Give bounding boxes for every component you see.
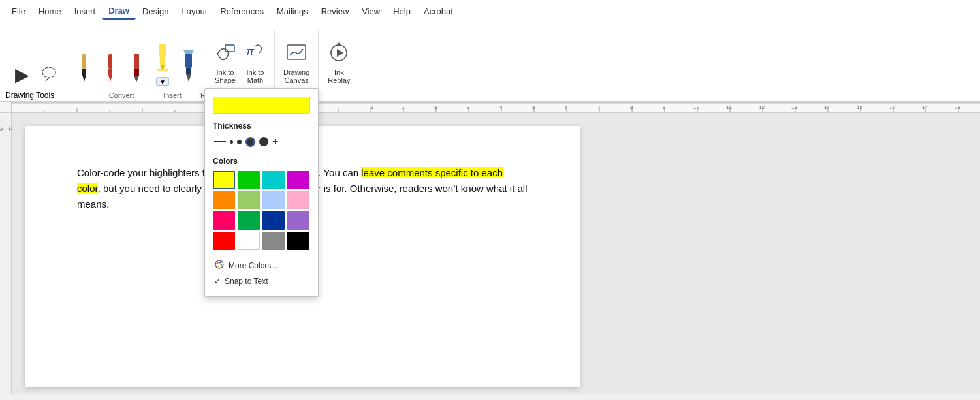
svg-rect-1 bbox=[82, 54, 86, 69]
thickness-md-selected[interactable] bbox=[245, 137, 255, 147]
color-magenta[interactable] bbox=[287, 171, 309, 189]
color-gray[interactable] bbox=[262, 232, 285, 250]
cursor-icon: ▶ bbox=[15, 66, 29, 84]
thickness-row: + bbox=[213, 136, 310, 147]
pen-black-button[interactable] bbox=[72, 48, 96, 86]
svg-text:13: 13 bbox=[791, 104, 797, 110]
pen-blue-button[interactable] bbox=[177, 48, 200, 86]
color-dark-blue[interactable] bbox=[262, 211, 285, 230]
menu-file[interactable]: File bbox=[5, 4, 32, 19]
doc-area[interactable]: Color-code your highlighters for more de… bbox=[12, 113, 980, 394]
main-area: -1 1 2 3 4 5 Color-code your highlighter… bbox=[0, 113, 980, 394]
menu-draw[interactable]: Draw bbox=[102, 3, 136, 20]
svg-text:1: 1 bbox=[402, 104, 405, 110]
color-white[interactable] bbox=[238, 232, 260, 250]
svg-rect-13 bbox=[157, 69, 168, 71]
highlighter-button[interactable] bbox=[151, 38, 174, 76]
insert-label: Insert bbox=[153, 91, 192, 99]
menu-view[interactable]: View bbox=[355, 4, 387, 19]
svg-point-78 bbox=[221, 264, 223, 266]
color-yellow[interactable] bbox=[213, 171, 235, 189]
color-orange[interactable] bbox=[213, 191, 235, 209]
thickness-lg-dot[interactable] bbox=[259, 137, 268, 146]
ink-to-shape-label: Ink toShape bbox=[215, 69, 236, 84]
ribbon-group-convert: Ink toShape π Ink toMath bbox=[206, 30, 275, 89]
highlighter-icon bbox=[154, 40, 171, 74]
svg-rect-24 bbox=[12, 103, 980, 112]
ink-math-icon: π bbox=[245, 41, 266, 67]
color-preview-bar bbox=[213, 97, 310, 114]
thickness-xs-dot[interactable] bbox=[230, 140, 233, 144]
svg-text:18: 18 bbox=[955, 104, 960, 110]
drawing-canvas-label: DrawingCanvas bbox=[283, 69, 309, 84]
svg-rect-2 bbox=[82, 69, 86, 75]
svg-point-76 bbox=[217, 262, 219, 264]
pen-red-button[interactable] bbox=[99, 48, 122, 86]
menu-review[interactable]: Review bbox=[315, 4, 356, 19]
color-green[interactable] bbox=[238, 171, 260, 189]
menu-references[interactable]: References bbox=[213, 4, 270, 19]
pen-blue-icon bbox=[180, 50, 197, 84]
ribbon-content: ▶ bbox=[0, 23, 980, 89]
color-purple[interactable] bbox=[287, 211, 309, 230]
drawing-canvas-button[interactable]: DrawingCanvas bbox=[280, 39, 313, 86]
color-cyan[interactable] bbox=[262, 171, 285, 189]
select-tool-button[interactable]: ▶ bbox=[10, 64, 34, 86]
lasso-tool-button[interactable] bbox=[37, 61, 61, 86]
ribbon-group-pens: ▼ bbox=[67, 30, 206, 89]
snap-to-text-row[interactable]: ✓ Snap to Text bbox=[213, 274, 310, 288]
menu-mailings[interactable]: Mailings bbox=[270, 4, 315, 19]
menu-layout[interactable]: Layout bbox=[175, 4, 213, 19]
svg-rect-4 bbox=[108, 54, 112, 69]
more-colors-label: More Colors... bbox=[229, 261, 277, 270]
svg-text:5: 5 bbox=[532, 104, 535, 110]
color-pink[interactable] bbox=[287, 191, 309, 209]
menu-insert[interactable]: Insert bbox=[68, 4, 103, 19]
color-black[interactable] bbox=[287, 232, 309, 250]
color-red[interactable] bbox=[213, 232, 235, 250]
ink-to-shape-button[interactable]: Ink toShape bbox=[212, 39, 239, 86]
color-light-blue[interactable] bbox=[262, 191, 285, 209]
svg-rect-14 bbox=[185, 54, 192, 68]
svg-text:7: 7 bbox=[597, 104, 601, 110]
svg-text:-1: -1 bbox=[369, 104, 374, 110]
svg-text:17: 17 bbox=[922, 104, 928, 110]
svg-rect-15 bbox=[186, 68, 191, 74]
lasso-icon bbox=[40, 63, 58, 84]
color-light-green[interactable] bbox=[238, 191, 260, 209]
thickness-line-icon[interactable] bbox=[214, 141, 226, 142]
pen-red2-icon bbox=[129, 50, 144, 84]
color-red-pink[interactable] bbox=[213, 211, 235, 230]
ink-to-math-button[interactable]: π Ink toMath bbox=[242, 39, 269, 86]
color-dark-green[interactable] bbox=[238, 211, 260, 230]
svg-point-75 bbox=[215, 260, 223, 268]
svg-marker-16 bbox=[186, 74, 191, 82]
highlighter-dropdown-arrow[interactable]: ▼ bbox=[156, 77, 169, 86]
ink-shape-icon bbox=[215, 41, 236, 67]
more-colors-row[interactable]: More Colors... bbox=[213, 256, 310, 274]
svg-rect-18 bbox=[225, 45, 234, 52]
thickness-plus-icon[interactable]: + bbox=[272, 136, 278, 147]
menu-help[interactable]: Help bbox=[387, 4, 417, 19]
ink-replay-button[interactable]: InkReplay bbox=[324, 39, 354, 86]
highlighter-group: ▼ bbox=[151, 38, 174, 86]
replay-row: InkReplay bbox=[324, 39, 354, 89]
svg-rect-7 bbox=[134, 54, 139, 69]
menu-acrobat[interactable]: Acrobat bbox=[417, 4, 460, 19]
svg-text:15: 15 bbox=[857, 104, 862, 110]
tools-row: ▶ bbox=[10, 61, 61, 89]
ribbon-bottom-labels: Drawing Tools Convert Insert Replay bbox=[0, 89, 980, 102]
pen-red2-button[interactable] bbox=[125, 48, 148, 86]
svg-text:14: 14 bbox=[824, 104, 830, 110]
menu-home[interactable]: Home bbox=[32, 4, 68, 19]
svg-point-79 bbox=[218, 266, 220, 268]
snap-to-text-label: Snap to Text bbox=[225, 277, 268, 286]
ruler-area: -1 1 2 3 4 5 6 7 8 9 10 11 12 1 bbox=[0, 102, 980, 113]
menu-design[interactable]: Design bbox=[136, 4, 175, 19]
svg-text:10: 10 bbox=[693, 104, 699, 110]
pens-row: ▼ bbox=[72, 38, 200, 89]
svg-rect-10 bbox=[159, 44, 166, 57]
thickness-sm-dot[interactable] bbox=[237, 140, 242, 144]
svg-rect-8 bbox=[134, 69, 139, 76]
ribbon: ▶ bbox=[0, 23, 980, 102]
